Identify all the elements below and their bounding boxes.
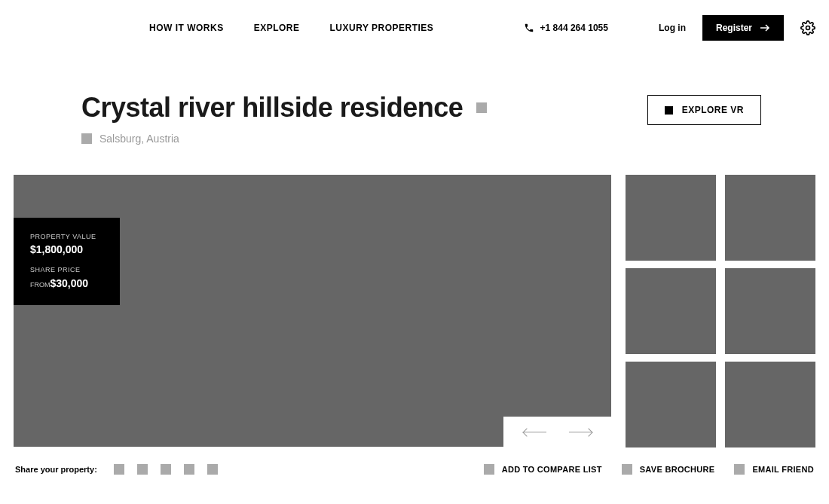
share-price-value: $30,000 [50, 277, 89, 289]
thumbnail-4[interactable] [725, 268, 815, 354]
explore-vr-label: EXPLORE VR [682, 105, 744, 115]
brochure-label: SAVE BROCHURE [640, 465, 715, 474]
share-property-label: Share your property: [15, 465, 97, 474]
thumbnail-grid [626, 175, 815, 447]
primary-nav: HOW IT WORKS EXPLORE LUXURY PROPERTIES [149, 23, 433, 33]
share-price-label: SHARE PRICE [30, 266, 103, 273]
login-link[interactable]: Log in [659, 23, 686, 33]
compare-label: ADD TO COMPARE LIST [502, 465, 602, 474]
email-label: EMAIL FRIEND [752, 465, 814, 474]
property-title: Crystal river hillside residence [81, 92, 463, 124]
price-info-box: PROPERTY VALUE $1,800,000 SHARE PRICE FR… [14, 218, 120, 305]
thumbnail-6[interactable] [725, 362, 815, 447]
social-icon-4[interactable] [184, 464, 194, 475]
explore-vr-button[interactable]: EXPLORE VR [647, 95, 761, 125]
phone-contact[interactable]: +1 844 264 1055 [524, 23, 608, 33]
phone-icon [524, 23, 534, 33]
prev-arrow-icon[interactable] [524, 432, 546, 432]
from-label: FROM [30, 281, 50, 289]
svg-point-0 [806, 26, 810, 30]
nav-how-it-works[interactable]: HOW IT WORKS [149, 23, 224, 33]
next-arrow-icon[interactable] [569, 432, 592, 432]
main-property-image [14, 175, 611, 447]
slider-nav [503, 417, 611, 447]
social-icon-2[interactable] [137, 464, 148, 475]
location-pin-icon [81, 133, 92, 144]
social-icon-3[interactable] [161, 464, 171, 475]
title-badge-icon [476, 102, 487, 113]
register-label: Register [716, 23, 752, 33]
thumbnail-2[interactable] [725, 175, 815, 261]
social-icon-1[interactable] [114, 464, 124, 475]
brochure-icon [622, 464, 632, 475]
thumbnail-1[interactable] [626, 175, 716, 261]
arrow-right-icon [760, 24, 770, 32]
compare-icon [484, 464, 494, 475]
gear-icon[interactable] [800, 20, 815, 35]
nav-luxury-properties[interactable]: LUXURY PROPERTIES [330, 23, 434, 33]
thumbnail-3[interactable] [626, 268, 716, 354]
email-icon [734, 464, 745, 475]
add-to-compare-button[interactable]: ADD TO COMPARE LIST [484, 464, 602, 475]
site-header: HOW IT WORKS EXPLORE LUXURY PROPERTIES +… [0, 0, 829, 56]
nav-explore[interactable]: EXPLORE [254, 23, 300, 33]
email-friend-button[interactable]: EMAIL FRIEND [734, 464, 814, 475]
save-brochure-button[interactable]: SAVE BROCHURE [622, 464, 715, 475]
social-icon-5[interactable] [207, 464, 218, 475]
social-icons [114, 464, 218, 475]
phone-number: +1 844 264 1055 [540, 23, 608, 33]
vr-icon [665, 106, 673, 115]
property-value-label: PROPERTY VALUE [30, 233, 103, 240]
thumbnail-5[interactable] [626, 362, 716, 447]
register-button[interactable]: Register [702, 15, 784, 41]
property-value: $1,800,000 [30, 243, 103, 255]
property-location: Salsburg, Austria [99, 133, 179, 145]
